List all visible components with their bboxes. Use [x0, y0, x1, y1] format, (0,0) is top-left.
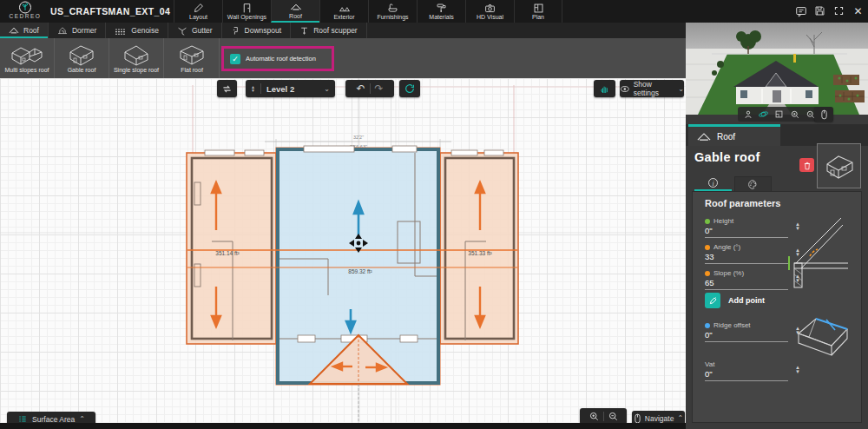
undo-button[interactable]: ↶ [356, 83, 365, 94]
plan-view-button[interactable] [773, 108, 786, 121]
tab-roof-materials[interactable] [734, 176, 772, 191]
compass-icon [404, 82, 416, 95]
trash-icon [803, 161, 812, 170]
tool-dormer[interactable]: Dormer [49, 23, 106, 38]
angle-value[interactable]: 33 [705, 252, 788, 261]
multi-slopes-roof-icon [9, 41, 45, 67]
tool-roof-scupper[interactable]: Roof scupper [291, 23, 367, 38]
area-label-center: 859.32 ft² [348, 268, 372, 274]
ridge-offset-field[interactable]: Ridge offset 0" ▲▼ [705, 321, 788, 342]
tool-roof[interactable]: Roof [0, 23, 49, 38]
tool-downspout[interactable]: Downspout [222, 23, 292, 38]
slope-field[interactable]: Slope (%) 65 ▲▼ [705, 269, 788, 290]
show-settings-label: Show settings [634, 80, 675, 97]
dormer-icon [57, 26, 68, 35]
paint-roller-icon [436, 3, 447, 14]
save-icon[interactable] [813, 4, 826, 17]
gable-roof-preview[interactable] [817, 143, 861, 188]
fullscreen-icon[interactable] [832, 4, 845, 17]
3d-preview[interactable] [686, 23, 868, 115]
cedreo-logo-icon [17, 1, 33, 14]
ridge-offset-diagram [788, 307, 856, 358]
multi-slopes-roof-button[interactable]: Multi slopes roof [0, 38, 55, 78]
chevron-up-icon: ⌃ [677, 414, 683, 422]
height-field[interactable]: Height 0" ▲▼ [705, 217, 788, 238]
floor-plan-canvas[interactable]: 32'2" 28'6.63" [0, 78, 686, 429]
roof-type-ribbon: Multi slopes roof Gable roof Single slop… [0, 38, 686, 78]
roof-pane-left[interactable] [187, 150, 276, 344]
vat-field[interactable]: Vat 0" ▲▼ [705, 360, 788, 381]
roof-parameters-title: Roof parameters [705, 198, 780, 208]
window-controls: ✕ [794, 4, 865, 17]
tab-wall-openings[interactable]: Wall Openings [222, 0, 271, 23]
level-sync-button[interactable] [217, 80, 237, 97]
add-point-button[interactable]: Add point [705, 293, 765, 308]
tab-layout[interactable]: Layout [174, 0, 222, 23]
tool-genoise[interactable]: Genoise [106, 23, 168, 38]
auto-roof-detection-checkbox[interactable]: ✓ [230, 54, 240, 64]
green-dot-icon [705, 219, 710, 224]
tab-roof-info[interactable]: i [694, 176, 732, 191]
level-selector[interactable]: ▲▼ Level 2 ⌄ [246, 80, 335, 97]
show-settings-button[interactable]: Show settings ⌄ [620, 80, 684, 97]
chevron-down-icon: ⌄ [678, 85, 684, 93]
downspout-icon [231, 26, 240, 36]
vat-value[interactable]: 0" [705, 369, 788, 379]
slope-value[interactable]: 65 [705, 278, 788, 287]
orange-dot-icon [705, 271, 710, 276]
panel-tab-roof[interactable]: Roof [688, 124, 780, 146]
ridge-offset-value[interactable]: 0" [705, 330, 788, 340]
project-title: US_CRAFTSMAN_EXT_04 [50, 6, 170, 16]
bathtub-icon [387, 3, 398, 14]
add-point-icon [705, 293, 720, 308]
vat-stepper[interactable]: ▲▼ [795, 366, 800, 374]
hand-icon [599, 83, 610, 95]
eye-icon [620, 84, 630, 94]
brand-name: CEDREO [3, 13, 47, 19]
exterior-icon [339, 3, 351, 14]
close-icon[interactable]: ✕ [852, 4, 865, 17]
level-stepper-icon[interactable]: ▲▼ [251, 85, 255, 92]
delete-roof-button[interactable] [799, 158, 814, 172]
floor-plan-drawing: 32'2" 28'6.63" [0, 78, 686, 429]
single-slope-roof-button[interactable]: Single slope roof [109, 38, 164, 78]
tool-gutter[interactable]: Gutter [168, 23, 222, 38]
feedback-icon[interactable] [794, 4, 807, 17]
flat-roof-button[interactable]: Flat roof [165, 38, 220, 78]
undo-redo-group: ↶ ↷ [345, 80, 394, 97]
tab-exterior[interactable]: Exterior [319, 0, 368, 23]
roof-scupper-icon [299, 26, 309, 36]
roof-icon [697, 132, 711, 142]
height-value[interactable]: 0" [705, 226, 788, 235]
angle-field[interactable]: Angle (°) 33 ▲▼ [705, 243, 788, 264]
roof-tools-ribbon: Roof Dormer Genoise Gutter Downspout Roo… [0, 23, 686, 38]
preview-navigate-button[interactable] [814, 107, 833, 122]
tab-materials[interactable]: Materials [417, 0, 465, 23]
tab-plan[interactable]: Plan [514, 0, 562, 23]
zoom-in-button[interactable] [589, 411, 600, 422]
pan-tool-button[interactable] [594, 80, 615, 97]
chevron-up-icon: ⌃ [79, 415, 85, 423]
palette-icon [747, 179, 759, 190]
mouse-icon [634, 413, 641, 424]
redo-button[interactable]: ↷ [375, 83, 384, 94]
area-label-right: 351.33 ft² [468, 250, 492, 256]
first-person-view-button[interactable] [741, 108, 754, 121]
mouse-icon [820, 109, 828, 120]
orange-dot-icon [705, 245, 710, 250]
roof-icon [290, 2, 302, 13]
roof-section-diagram [784, 208, 860, 291]
orbit-view-button[interactable] [757, 108, 770, 121]
cedreo-logo[interactable]: CEDREO [3, 1, 47, 22]
compass-button[interactable] [399, 80, 420, 97]
navigate-label: Navigate [645, 414, 674, 423]
pencil-icon [193, 3, 204, 14]
zoom-out-button[interactable] [608, 411, 619, 422]
selected-roof-title: Gable roof [694, 150, 760, 164]
single-slope-roof-icon [118, 41, 155, 67]
tab-hd-visual[interactable]: HD Visual [465, 0, 514, 23]
preview-zoom-in-button[interactable] [788, 108, 801, 121]
gable-roof-button[interactable]: Gable roof [55, 38, 109, 78]
tab-roof[interactable]: Roof [271, 0, 319, 23]
tab-furnishings[interactable]: Furnishings [368, 0, 417, 23]
